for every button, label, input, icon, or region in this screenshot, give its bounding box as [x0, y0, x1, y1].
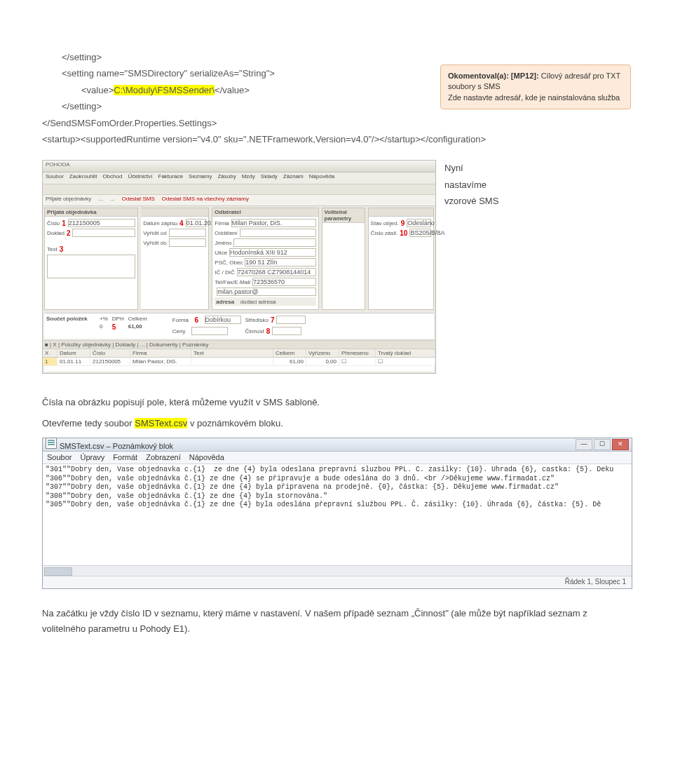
input[interactable]: [276, 316, 306, 324]
input[interactable]: Hodonínská XIII 912: [229, 248, 315, 257]
notepad-textarea[interactable]: "301""Dobry den, Vase objednavka c.{1} z…: [43, 464, 632, 516]
menu-item[interactable]: Mzdy: [242, 173, 255, 183]
panel-head: Volitelné parametry: [322, 208, 365, 223]
input[interactable]: [240, 229, 316, 237]
sum-area: Součet položek +% 0 DPH 5 Celkem 61,00 F…: [44, 313, 434, 339]
code-line: </setting>: [62, 49, 631, 65]
input[interactable]: [233, 238, 315, 247]
grid-tabs[interactable]: ■ | X | Položky objednávky | Doklady | .…: [43, 340, 435, 349]
field-marker: 7: [271, 316, 275, 324]
panel-customer: Odběratel FirmaMilan Pastor, DiS. Odděle…: [212, 208, 318, 310]
side-note: Nyní nastavíme vzorové SMS: [444, 160, 508, 209]
notepad-menubar: Soubor Úpravy Formát Zobrazení Nápověda: [43, 452, 632, 465]
menu-item[interactable]: Účetnictví: [128, 173, 152, 183]
notepad-statusbar: Řádek 1, Sloupec 1: [43, 576, 632, 588]
input[interactable]: Dobírkou: [205, 316, 241, 324]
code-line: </SendSMSFomOrder.Properties.Settings>: [42, 115, 631, 131]
panel-dates: Datum zápisu401.01.2012 Vyřídit od Vyříd…: [141, 208, 209, 310]
input[interactable]: BS205/B/8A: [409, 229, 431, 237]
field-marker: 3: [60, 245, 64, 253]
pohoda-app-screenshot: POHODA Soubor Zaokrouhlit Obchod Účetnic…: [42, 160, 436, 374]
input[interactable]: 212150005: [68, 219, 135, 227]
notepad-icon: [46, 438, 57, 449]
menu-item[interactable]: Zásoby: [217, 173, 236, 183]
field-marker: 6: [194, 316, 198, 324]
input[interactable]: 190 51 Zlín: [245, 258, 315, 266]
notepad-title: SMSText.csv – Poznámkový blok: [60, 442, 173, 450]
input[interactable]: 72470268 CZ7908144014: [237, 268, 316, 276]
grid-header: X Datum Číslo Firma Text Celkem Vyřízeno…: [43, 349, 435, 358]
close-button[interactable]: ✕: [612, 439, 629, 450]
app-subbar: Přijaté objednávky ... ... Odeslat SMS O…: [43, 195, 435, 206]
paragraph: Čísla na obrázku popisují pole, která mů…: [42, 395, 631, 410]
date-input[interactable]: [169, 229, 207, 237]
menu-item[interactable]: Fakturace: [158, 173, 184, 183]
field-marker: 4: [179, 219, 184, 227]
field-marker: 1: [62, 219, 66, 227]
input[interactable]: 723536570: [252, 278, 316, 286]
comment-author: Okomentoval(a): [MP12]:: [448, 72, 541, 80]
field-marker: 10: [400, 229, 407, 237]
menu-item[interactable]: Zobrazení: [146, 453, 181, 463]
menu-item[interactable]: Seznamy: [189, 173, 212, 183]
menu-item[interactable]: Soubor: [46, 173, 64, 183]
app-toolbar: [43, 184, 435, 195]
input[interactable]: milan.pastor@: [217, 288, 315, 296]
tab-dodaci[interactable]: dodací adresa: [240, 299, 276, 305]
code-line: <startup><supportedRuntime version="v4.0…: [42, 131, 631, 147]
notepad-titlebar: SMSText.csv – Poznámkový blok — ☐ ✕: [43, 438, 632, 452]
panel-head: Přijatá objednávka: [45, 208, 137, 217]
tab-label[interactable]: Odeslat SMS na všechny záznamy: [162, 196, 249, 205]
menu-item[interactable]: Sklady: [261, 173, 278, 183]
field-marker: 9: [401, 219, 405, 227]
tab-label[interactable]: ...: [98, 196, 103, 205]
panel-head: Odběratel: [212, 208, 318, 217]
menu-item[interactable]: Zaokrouhlit: [69, 173, 97, 183]
menu-item[interactable]: Soubor: [47, 453, 72, 463]
input[interactable]: Milan Pastor, DiS.: [231, 219, 316, 227]
menu-item[interactable]: Formát: [113, 453, 137, 463]
date-input[interactable]: [169, 238, 207, 247]
field-marker: 5: [112, 323, 116, 331]
highlighted-path: C:\Moduly\FSMSSender\: [114, 85, 215, 95]
grid-row[interactable]: 1 01.01.11 212150005 Milan Pastor, DiS. …: [43, 358, 435, 365]
maximize-button[interactable]: ☐: [594, 439, 611, 450]
menu-item[interactable]: Záznam: [283, 173, 304, 183]
tab-adresa[interactable]: adresa: [216, 299, 234, 305]
input[interactable]: [191, 327, 228, 335]
date-input[interactable]: 01.01.2012: [186, 219, 207, 227]
scrollbar-horizontal[interactable]: [43, 565, 632, 576]
paragraph: Na začátku je vždy číslo ID v seznamu, k…: [42, 606, 631, 637]
app-titlebar: POHODA: [43, 161, 435, 173]
app-menubar: Soubor Zaokrouhlit Obchod Účetnictví Fak…: [43, 173, 435, 184]
input[interactable]: Odesláno: [407, 219, 431, 227]
panel-volitelne: Volitelné parametry: [322, 208, 365, 310]
notepad-window: SMSText.csv – Poznámkový blok — ☐ ✕ Soub…: [42, 438, 632, 589]
input[interactable]: [272, 327, 301, 335]
menu-item[interactable]: Nápověda: [309, 173, 334, 183]
menu-item[interactable]: Nápověda: [189, 453, 224, 463]
panel-status: Stav objed.9Odesláno Číslo zásil.10BS205…: [368, 208, 434, 310]
field-marker: 2: [67, 229, 71, 237]
review-comment: Okomentoval(a): [MP12]: Cílový adresář p…: [440, 65, 631, 109]
tab-label[interactable]: ...: [110, 196, 115, 205]
comment-line2: Zde nastavte adresář, kde je nainstalová…: [448, 93, 620, 102]
tab-label[interactable]: Přijaté objednávky: [46, 196, 91, 205]
highlighted-filename: SMSText.csv: [135, 418, 187, 428]
panel-order: Přijatá objednávka Číslo1212150005 Dokla…: [44, 208, 138, 310]
menu-item[interactable]: Úpravy: [80, 453, 104, 463]
menu-item[interactable]: Obchod: [102, 173, 122, 183]
minimize-button[interactable]: —: [576, 439, 592, 450]
tab-label[interactable]: Odeslat SMS: [122, 196, 155, 205]
paragraph: Otevřeme tedy soubor SMSText.csv v pozná…: [42, 416, 631, 431]
input[interactable]: [72, 229, 135, 237]
textarea[interactable]: [47, 255, 135, 278]
field-marker: 8: [266, 327, 271, 335]
